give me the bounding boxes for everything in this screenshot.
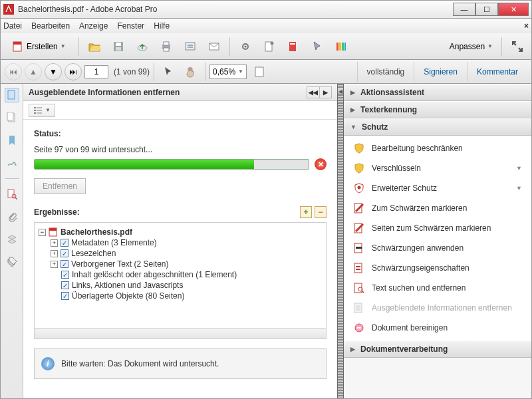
- tree-item[interactable]: Links, Aktionen und Javascripts: [72, 281, 183, 290]
- cancel-button[interactable]: ✕: [315, 158, 327, 170]
- content-area: Ausgeblendete Informationen entfernen ◀◀…: [0, 84, 532, 399]
- tab-kommentar[interactable]: Kommentar: [467, 62, 527, 82]
- first-page-button[interactable]: ⏮: [5, 63, 22, 80]
- last-page-button[interactable]: ⏭: [65, 63, 82, 80]
- svg-rect-5: [116, 47, 121, 51]
- cloud-icon: [136, 41, 148, 53]
- close-button[interactable]: ✕: [498, 3, 529, 16]
- tree-item[interactable]: Inhalt gelöscht oder abgeschnitten (1 El…: [72, 270, 237, 279]
- doc-button[interactable]: [259, 37, 279, 56]
- schutz-mark-redact[interactable]: Zum Schwärzen markieren: [344, 198, 531, 218]
- rail-pages[interactable]: [5, 110, 19, 125]
- tree-expand-icon[interactable]: +: [51, 239, 58, 247]
- menu-collapse-icon[interactable]: ×: [524, 21, 529, 31]
- print-button[interactable]: [156, 37, 176, 56]
- checkbox-icon[interactable]: ✓: [61, 292, 69, 300]
- gear-icon: [239, 41, 251, 53]
- schutz-apply-redact[interactable]: Schwärzungen anwenden: [344, 238, 531, 258]
- tree-expand-icon[interactable]: +: [51, 250, 58, 257]
- menu-anzeige[interactable]: Anzeige: [79, 21, 108, 31]
- zoom-tools[interactable]: [249, 63, 269, 81]
- customize-button[interactable]: Anpassen▼: [446, 37, 496, 56]
- expand-all-button[interactable]: +: [300, 206, 312, 218]
- tree-item[interactable]: Lesezeichen: [71, 249, 116, 258]
- schutz-remove-hidden: Ausgeblendete Informationen entfernen: [344, 298, 531, 318]
- pane-back-button[interactable]: ◀◀: [307, 87, 319, 98]
- hand-tool[interactable]: [181, 63, 201, 81]
- schutz-find-remove[interactable]: Text suchen und entfernen: [344, 278, 531, 298]
- horizontal-scrollbar[interactable]: [34, 329, 327, 339]
- tree-collapse-icon[interactable]: −: [39, 229, 46, 236]
- tree-item[interactable]: Verborgener Text (2 Seiten): [71, 259, 169, 269]
- main-pane: Ausgeblendete Informationen entfernen ◀◀…: [23, 84, 337, 398]
- cloud-button[interactable]: [132, 37, 152, 56]
- schutz-restrict[interactable]: Bearbeitung beschränken: [344, 138, 531, 158]
- open-button[interactable]: [84, 37, 104, 56]
- menu-datei[interactable]: Datei: [3, 21, 22, 31]
- checkbox-icon[interactable]: ✓: [61, 271, 69, 279]
- section-aktionsassistent[interactable]: ▶Aktionsassistent: [344, 84, 531, 101]
- create-button[interactable]: Erstellen▼: [5, 37, 73, 56]
- edit-text-button[interactable]: [307, 37, 327, 56]
- progress-bar: [34, 159, 309, 170]
- folder-open-icon: [88, 41, 100, 53]
- export-button[interactable]: [235, 37, 255, 56]
- rail-signatures[interactable]: [5, 156, 19, 170]
- multimedia-button[interactable]: [331, 37, 351, 56]
- left-rail: [1, 84, 23, 398]
- pane-options-button[interactable]: ▼: [29, 104, 55, 117]
- schutz-mark-pages[interactable]: Seiten zum Schwärzen markieren: [344, 218, 531, 238]
- tree-item[interactable]: Überlagerte Objekte (80 Seiten): [72, 291, 184, 301]
- checkbox-icon[interactable]: ✓: [61, 281, 69, 289]
- email-button[interactable]: [204, 37, 224, 56]
- checkbox-icon[interactable]: ✓: [61, 249, 68, 257]
- menu-hilfe[interactable]: Hilfe: [154, 21, 170, 31]
- tab-signieren[interactable]: Signieren: [414, 62, 467, 82]
- page-input[interactable]: [84, 65, 108, 78]
- save-button[interactable]: [108, 37, 128, 56]
- results-tree[interactable]: − Bachelorthesis.pdf +✓Metadaten (3 Elem…: [34, 222, 327, 329]
- maximize-button[interactable]: ☐: [475, 3, 498, 16]
- next-page-button[interactable]: ▼: [45, 63, 62, 80]
- schutz-redact-props[interactable]: Schwärzungseigenschaften: [344, 258, 531, 278]
- fullscreen-button[interactable]: [507, 37, 527, 56]
- prev-page-button[interactable]: ▲: [25, 63, 42, 80]
- section-texterkennung[interactable]: ▶Texterkennung: [344, 101, 531, 118]
- zoom-select[interactable]: 0,65%▼: [209, 65, 247, 79]
- pane-forward-button[interactable]: ▶: [319, 87, 331, 98]
- share-button[interactable]: [180, 37, 200, 56]
- svg-rect-43: [356, 266, 360, 267]
- schutz-encrypt[interactable]: Verschlüsseln▼: [344, 158, 531, 178]
- splitter[interactable]: ◀: [337, 84, 344, 398]
- minimize-button[interactable]: —: [453, 3, 475, 16]
- rail-search[interactable]: [5, 187, 19, 201]
- checkbox-icon[interactable]: ✓: [61, 239, 68, 247]
- rail-layers[interactable]: [5, 232, 19, 247]
- svg-rect-9: [164, 48, 169, 51]
- tree-expand-icon[interactable]: +: [51, 261, 58, 268]
- rail-thumbnails[interactable]: [5, 88, 19, 102]
- section-dokumentverarbeitung[interactable]: ▶Dokumentverarbeitung: [344, 340, 531, 358]
- svg-rect-30: [34, 110, 36, 111]
- menu-bearbeiten[interactable]: Bearbeiten: [31, 21, 70, 31]
- schutz-advanced[interactable]: Erweiterter Schutz▼: [344, 178, 531, 198]
- rail-attachments[interactable]: [5, 209, 19, 224]
- chevron-down-icon: ▼: [487, 43, 493, 49]
- tree-root: Bachelorthesis.pdf: [61, 227, 132, 237]
- section-schutz[interactable]: ▼Schutz: [344, 118, 531, 136]
- chevron-right-icon: ▶: [350, 346, 355, 352]
- form-button[interactable]: [283, 37, 303, 56]
- menu-fenster[interactable]: Fenster: [117, 21, 144, 31]
- schutz-sanitize[interactable]: Dokument bereinigen: [344, 318, 531, 338]
- tab-vollstaendig[interactable]: vollständig: [357, 62, 414, 82]
- checkbox-icon[interactable]: ✓: [61, 260, 68, 268]
- svg-rect-18: [336, 43, 338, 51]
- collapse-all-button[interactable]: −: [315, 206, 327, 218]
- tree-item[interactable]: Metadaten (3 Elemente): [71, 238, 157, 247]
- select-tool[interactable]: [158, 63, 178, 81]
- rail-bookmarks[interactable]: [5, 133, 19, 148]
- svg-rect-19: [339, 43, 341, 51]
- rail-tags[interactable]: [5, 255, 19, 269]
- info-icon: i: [41, 357, 55, 370]
- redact-props-icon: [354, 263, 364, 273]
